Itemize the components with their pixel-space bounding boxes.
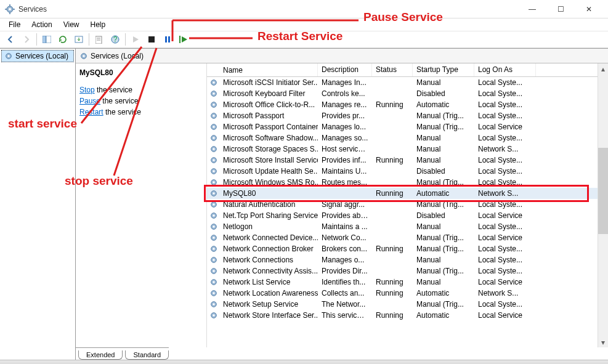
service-row[interactable]: Network Connection BrokerBrokers con...R… <box>207 243 598 254</box>
tree-services-local[interactable]: Services (Local) <box>1 50 74 62</box>
cell-description: Provides abi... <box>318 211 372 220</box>
restart-service-button[interactable] <box>176 33 191 46</box>
cell-status <box>372 215 413 216</box>
service-row[interactable]: Network Connected Device...Network Co...… <box>207 232 598 243</box>
tree-label: Services (Local) <box>15 52 68 60</box>
cell-name: Network Connection Broker <box>219 244 318 254</box>
close-button[interactable]: ✕ <box>575 0 603 18</box>
show-hide-tree-button[interactable] <box>39 33 54 46</box>
minimize-button[interactable]: — <box>518 0 546 18</box>
service-row[interactable]: MySQL80RunningAutomaticNetwork S... <box>207 188 598 199</box>
col-startup[interactable]: Startup Type <box>413 63 474 76</box>
cell-startup: Manual <box>413 133 474 143</box>
service-row[interactable]: Microsoft Storage Spaces S...Host servic… <box>207 144 598 155</box>
gear-icon <box>209 245 218 253</box>
maximize-button[interactable]: ☐ <box>546 0 575 18</box>
menu-help[interactable]: Help <box>86 19 111 30</box>
service-row[interactable]: Network Location AwarenessCollects an...… <box>207 288 598 299</box>
cell-logon: Local Service <box>474 277 536 287</box>
export-list-button[interactable] <box>71 33 86 46</box>
cell-startup: Automatic <box>413 288 474 298</box>
service-row[interactable]: Microsoft Store Install ServiceProvides … <box>207 155 598 166</box>
cell-startup: Manual <box>413 144 474 154</box>
scroll-thumb[interactable] <box>598 148 608 234</box>
cell-name: Network Connected Device... <box>219 233 318 243</box>
svg-point-21 <box>83 55 85 57</box>
forward-button[interactable] <box>19 33 34 46</box>
refresh-button[interactable] <box>55 33 70 46</box>
svg-point-47 <box>213 214 215 217</box>
tab-extended[interactable]: Extended <box>78 350 123 360</box>
menu-file[interactable]: File <box>4 19 25 30</box>
col-logon[interactable]: Log On As <box>474 63 536 76</box>
menu-view[interactable]: View <box>59 19 84 30</box>
back-button[interactable] <box>3 33 18 46</box>
cell-status <box>372 93 413 94</box>
scroll-down-button[interactable]: ▾ <box>598 337 608 347</box>
svg-point-27 <box>213 103 215 106</box>
svg-point-31 <box>213 126 215 128</box>
service-row[interactable]: Natural AuthenticationSignal aggr...Manu… <box>207 199 598 210</box>
gear-icon <box>209 111 218 120</box>
cell-logon: Network S... <box>474 144 536 154</box>
cell-name: Netlogon <box>219 222 318 232</box>
cell-startup: Manual (Trig... <box>413 111 474 121</box>
help-button[interactable]: ? <box>108 33 123 46</box>
cell-status: Running <box>372 244 413 254</box>
window-title: Services <box>18 5 518 14</box>
cell-status <box>372 182 413 183</box>
menu-bar: File Action View Help <box>0 18 608 31</box>
cell-startup: Automatic <box>413 100 474 110</box>
svg-point-35 <box>213 148 215 150</box>
svg-text:?: ? <box>113 35 118 44</box>
cell-status: Running <box>372 188 413 198</box>
console-tree[interactable]: Services (Local) <box>0 49 76 360</box>
cell-name: Microsoft Passport <box>219 111 318 121</box>
service-row[interactable]: Network ConnectionsManages o...ManualLoc… <box>207 254 598 265</box>
service-row[interactable]: Network List ServiceIdentifies th...Runn… <box>207 277 598 288</box>
scroll-up-button[interactable]: ▴ <box>598 63 608 74</box>
stop-service-button[interactable] <box>144 33 159 46</box>
service-row[interactable]: NetlogonMaintains a ...ManualLocal Syste… <box>207 221 598 232</box>
cell-logon: Network S... <box>474 188 536 198</box>
restart-service-link[interactable]: Restart <box>79 108 103 116</box>
cell-description: Network Co... <box>318 233 372 243</box>
service-row[interactable]: Net.Tcp Port Sharing ServiceProvides abi… <box>207 210 598 221</box>
service-row[interactable]: Microsoft Passport ContainerManages lo..… <box>207 121 598 132</box>
vertical-scrollbar[interactable]: ▴ ▾ <box>598 63 608 347</box>
pause-service-link[interactable]: Pause <box>79 97 100 105</box>
cell-status <box>372 237 413 238</box>
list-header[interactable]: Name Description Status Startup Type Log… <box>207 63 598 77</box>
pause-line: Pause the service <box>79 95 200 107</box>
service-row[interactable]: Microsoft Keyboard FilterControls ke...D… <box>207 88 598 99</box>
col-description[interactable]: Description <box>318 63 372 76</box>
service-row[interactable]: Microsoft iSCSI Initiator Ser...Manages … <box>207 77 598 88</box>
service-row[interactable]: Network Store Interface Ser...This servi… <box>207 310 598 321</box>
service-row[interactable]: Network Connectivity Assis...Provides Di… <box>207 265 598 277</box>
service-row[interactable]: Network Setup ServiceThe Networ...Manual… <box>207 299 598 310</box>
services-list[interactable]: Name Description Status Startup Type Log… <box>206 63 598 347</box>
start-service-button[interactable] <box>128 33 143 46</box>
service-row[interactable]: Microsoft Windows SMS Ro...Routes mes...… <box>207 177 598 188</box>
tab-standard[interactable]: Standard <box>125 350 169 360</box>
properties-button[interactable] <box>92 33 107 46</box>
service-row[interactable]: Microsoft PassportProvides pr...Manual (… <box>207 110 598 121</box>
cell-name: Network Setup Service <box>219 299 318 309</box>
details-pane: Services (Local) MySQL80 Stop the servic… <box>76 49 608 360</box>
menu-action[interactable]: Action <box>26 19 57 30</box>
service-row[interactable]: Microsoft Office Click-to-R...Manages re… <box>207 99 598 110</box>
cell-startup: Manual <box>413 255 474 265</box>
cell-description: Manages o... <box>318 255 372 265</box>
service-row[interactable]: Microsoft Update Health Se...Maintains U… <box>207 166 598 177</box>
cell-startup: Disabled <box>413 211 474 220</box>
svg-point-25 <box>213 92 215 95</box>
col-name[interactable]: Name <box>219 63 318 76</box>
cell-logon: Local Syste... <box>474 299 536 309</box>
svg-point-23 <box>213 81 215 84</box>
svg-rect-7 <box>46 36 51 43</box>
stop-service-link[interactable]: Stop <box>79 86 95 94</box>
pause-service-button[interactable] <box>160 33 175 46</box>
main-area: Services (Local) Services (Local) MySQL8… <box>0 48 608 360</box>
service-row[interactable]: Microsoft Software Shadow...Manages so..… <box>207 132 598 144</box>
col-status[interactable]: Status <box>372 63 413 76</box>
